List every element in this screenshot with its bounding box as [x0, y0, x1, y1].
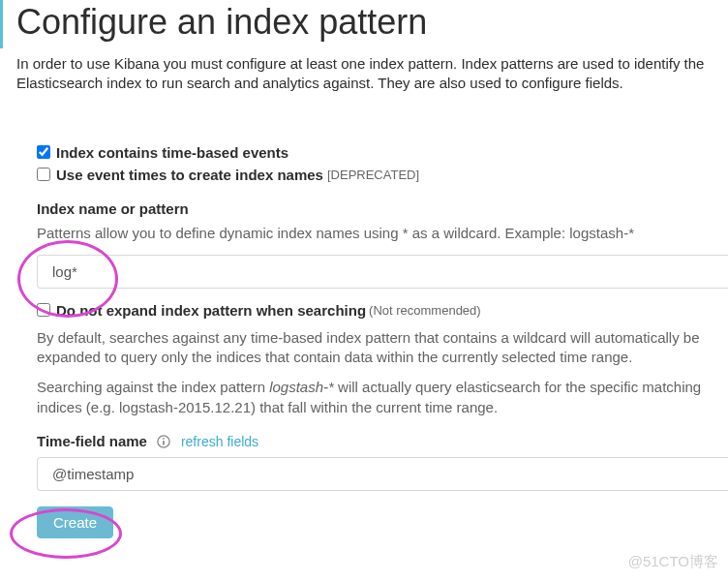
- refresh-fields-link[interactable]: refresh fields: [181, 434, 258, 449]
- expand-help-1: By default, searches against any time-ba…: [37, 328, 728, 368]
- time-field-label: Time-field name: [37, 433, 147, 449]
- svg-point-2: [164, 438, 166, 440]
- intro-text: In order to use Kibana you must configur…: [0, 54, 728, 94]
- info-icon: [157, 434, 171, 448]
- svg-rect-1: [164, 441, 166, 444]
- page-title: Configure an index pattern: [16, 0, 728, 48]
- watermark: @51CTO博客: [628, 553, 718, 571]
- no-expand-label: Do not expand index pattern when searchi…: [56, 302, 366, 319]
- event-times-label: Use event times to create index names: [56, 167, 323, 183]
- deprecated-badge: [DEPRECATED]: [327, 168, 419, 182]
- index-pattern-hint: Patterns allow you to define dynamic ind…: [37, 225, 728, 241]
- event-times-checkbox[interactable]: [37, 168, 50, 181]
- no-expand-checkbox[interactable]: [37, 303, 50, 317]
- index-pattern-label: Index name or pattern: [37, 200, 728, 217]
- time-based-checkbox[interactable]: [37, 145, 50, 159]
- expand-help-italic: logstash-*: [269, 379, 334, 395]
- time-based-label: Index contains time-based events: [56, 144, 288, 161]
- no-expand-note: (Not recommended): [369, 303, 481, 318]
- expand-help-2: Searching against the index pattern logs…: [37, 378, 728, 417]
- create-button[interactable]: Create: [37, 506, 113, 538]
- index-pattern-input[interactable]: [37, 255, 728, 289]
- expand-help-2a: Searching against the index pattern: [37, 379, 269, 395]
- time-field-select[interactable]: @timestamp: [37, 457, 728, 491]
